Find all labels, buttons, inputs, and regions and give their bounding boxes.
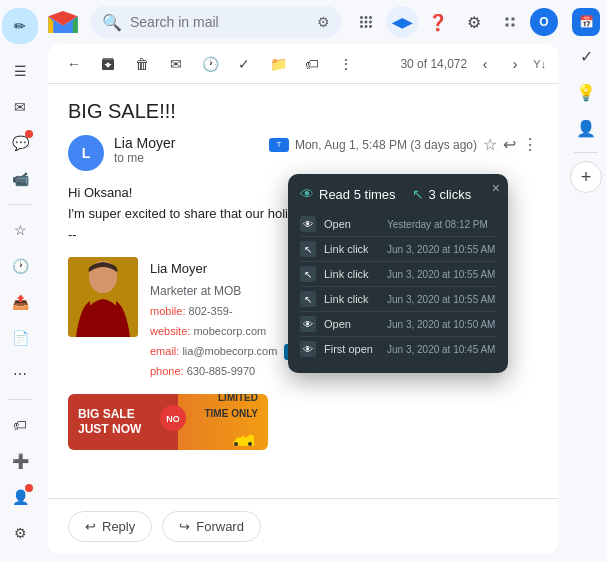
forward-button[interactable]: ↪ Forward: [162, 511, 261, 542]
tracking-row-label: Open: [324, 218, 379, 230]
tracking-row-label: Link click: [324, 268, 379, 280]
back-button[interactable]: ←: [60, 50, 88, 78]
sort-label[interactable]: Y↓: [533, 58, 546, 70]
email-meta-right: T Mon, Aug 1, 5:48 PM (3 days ago) ☆ ↩ ⋮: [269, 135, 538, 154]
tracking-row-icon: 👁: [300, 316, 316, 332]
search-bar[interactable]: 🔍 ⚙: [90, 6, 342, 38]
topnav-help-icon[interactable]: ❓: [422, 6, 454, 38]
sender-info: Lia Moyer to me: [114, 135, 259, 165]
svg-point-6: [248, 442, 252, 446]
tracking-row-label: Link click: [324, 293, 379, 305]
tracking-row-time: Jun 3, 2020 at 10:55 AM: [387, 269, 495, 280]
nav-drafts-icon[interactable]: 📄: [5, 323, 35, 353]
right-panel-keep-icon[interactable]: 💡: [570, 76, 602, 108]
right-panel-add-button[interactable]: +: [570, 161, 602, 193]
sender-to: to me: [114, 151, 259, 165]
cursor-icon: ↖: [412, 186, 424, 202]
click-count: 3 clicks: [429, 187, 472, 202]
signature-photo: [68, 257, 138, 337]
sig-phone: phone: 630-885-9970: [150, 362, 300, 382]
topnav-extensions-icon[interactable]: ◀▶: [386, 6, 418, 38]
nav-label-icon[interactable]: 🏷: [5, 410, 35, 440]
topnav-apps-grid-icon[interactable]: [494, 6, 526, 38]
star-icon[interactable]: ☆: [483, 135, 497, 154]
mark-unread-button[interactable]: ✉: [162, 50, 190, 78]
user-avatar[interactable]: O: [530, 8, 558, 36]
tracking-row-label: Open: [324, 318, 379, 330]
tracking-row: ↖Link clickJun 3, 2020 at 10:55 AM: [300, 237, 496, 262]
right-panel-contacts-icon[interactable]: 👤: [570, 112, 602, 144]
search-input[interactable]: [130, 14, 309, 30]
more-options-icon[interactable]: ⋮: [522, 135, 538, 154]
top-nav: 🔍 ⚙ ◀▶ ❓ ⚙ O: [40, 0, 566, 44]
archive-button[interactable]: [94, 50, 122, 78]
tracking-row-icon: ↖: [300, 266, 316, 282]
tracking-row-icon: 👁: [300, 341, 316, 357]
tracking-row: ↖Link clickJun 3, 2020 at 10:55 AM: [300, 287, 496, 312]
prev-email-button[interactable]: ‹: [471, 50, 499, 78]
next-email-button[interactable]: ›: [501, 50, 529, 78]
snooze-button[interactable]: 🕐: [196, 50, 224, 78]
right-panel-calendar-icon[interactable]: 📅: [572, 8, 600, 36]
tracking-row-time: Yesterday at 08:12 PM: [387, 219, 488, 230]
nav-starred-icon[interactable]: ☆: [5, 215, 35, 245]
topnav-apps-icon[interactable]: [350, 6, 382, 38]
sig-website: website: mobecorp.com: [150, 322, 300, 342]
tracking-row: 👁OpenYesterday at 08:12 PM: [300, 212, 496, 237]
nav-mail-icon[interactable]: ✉: [5, 92, 35, 122]
email-header: L Lia Moyer to me T Mon, Aug 1, 5:48 PM …: [68, 135, 538, 171]
track-icon[interactable]: T: [269, 138, 289, 152]
nav-contacts-icon[interactable]: 👤: [5, 482, 35, 512]
tracking-row-time: Jun 3, 2020 at 10:45 AM: [387, 344, 495, 355]
nav-sent-icon[interactable]: 📤: [5, 287, 35, 317]
add-to-tasks-button[interactable]: ✓: [230, 50, 258, 78]
tracking-popup: × 👁 Read 5 times ↖ 3 clicks 👁OpenYesterd…: [288, 174, 508, 373]
nav-chat-icon[interactable]: 💬: [5, 128, 35, 158]
sig-name: Lia Moyer: [150, 257, 300, 280]
main-menu-button[interactable]: ☰: [5, 56, 35, 86]
gmail-logo-svg: [48, 11, 78, 33]
eye-icon: 👁: [300, 186, 314, 202]
email-count: 30 of 14,072 ‹ › Y↓: [400, 50, 546, 78]
labels-button[interactable]: 🏷: [298, 50, 326, 78]
right-panel-tasks-icon[interactable]: ✓: [570, 40, 602, 72]
nav-more-icon[interactable]: ⋯: [5, 359, 35, 389]
tracking-row-label: Link click: [324, 243, 379, 255]
more-options-button[interactable]: ⋮: [332, 50, 360, 78]
top-nav-icons: ◀▶ ❓ ⚙ O: [350, 6, 558, 38]
sale-badge: NO: [159, 404, 187, 439]
nav-add-label-icon[interactable]: ➕: [5, 446, 35, 476]
topnav-settings-icon[interactable]: ⚙: [458, 6, 490, 38]
main-content: 🔍 ⚙ ◀▶ ❓ ⚙ O ← 🗑 ✉: [40, 0, 566, 562]
search-filter-icon[interactable]: ⚙: [317, 14, 330, 30]
tracking-row: ↖Link clickJun 3, 2020 at 10:55 AM: [300, 262, 496, 287]
svg-text:NO: NO: [166, 414, 180, 424]
email-subject: BIG SALE!!!: [68, 100, 538, 123]
popup-close-button[interactable]: ×: [492, 180, 500, 196]
sender-name: Lia Moyer: [114, 135, 259, 151]
compose-button[interactable]: ✏: [2, 8, 38, 44]
tracking-row-time: Jun 3, 2020 at 10:55 AM: [387, 294, 495, 305]
reply-button[interactable]: ↩ Reply: [68, 511, 152, 542]
tracking-row-icon: 👁: [300, 216, 316, 232]
tracking-row-icon: ↖: [300, 241, 316, 257]
sig-mobile: mobile: 802-359-: [150, 302, 300, 322]
right-panel: 📅 ✓ 💡 👤 +: [566, 0, 606, 562]
tracking-row-time: Jun 3, 2020 at 10:55 AM: [387, 244, 495, 255]
popup-rows: 👁OpenYesterday at 08:12 PM↖Link clickJun…: [300, 212, 496, 361]
reply-icon[interactable]: ↩: [503, 135, 516, 154]
move-to-button[interactable]: 📁: [264, 50, 292, 78]
gmail-logo: [48, 11, 78, 33]
sender-avatar: L: [68, 135, 104, 171]
nav-settings-icon[interactable]: ⚙: [5, 518, 35, 548]
sale-text: BIG SALE JUST NOW: [78, 407, 141, 436]
nav-snoozed-icon[interactable]: 🕐: [5, 251, 35, 281]
left-sidebar: ✏ ☰ ✉ 💬 📹 ☆ 🕐 📤 📄 ⋯ 🏷 ➕ 👤 ⚙: [0, 0, 40, 562]
nav-meet-icon[interactable]: 📹: [5, 164, 35, 194]
reply-arrow-icon: ↩: [85, 519, 96, 534]
email-date: Mon, Aug 1, 5:48 PM (3 days ago): [295, 138, 477, 152]
delete-button[interactable]: 🗑: [128, 50, 156, 78]
sidebar-divider: [8, 204, 32, 205]
count-text: 30 of 14,072: [400, 57, 467, 71]
email-actions: ↩ Reply ↪ Forward: [48, 498, 558, 554]
